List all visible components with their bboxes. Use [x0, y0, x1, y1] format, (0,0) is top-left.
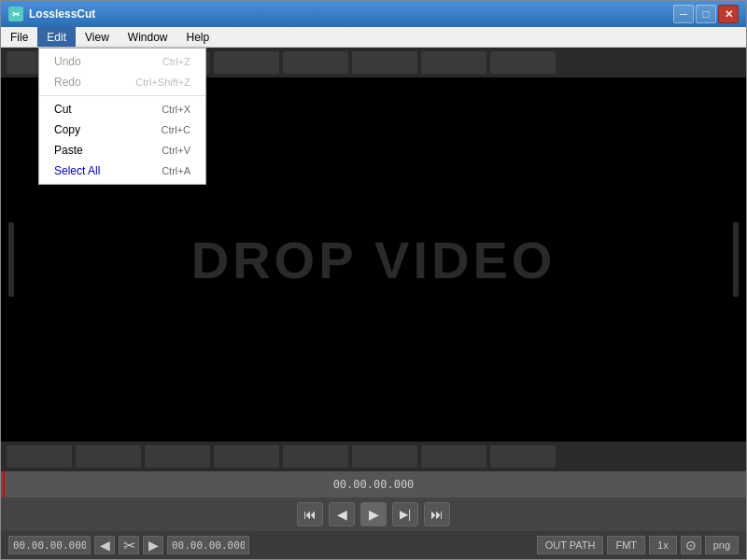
menu-window[interactable]: Window — [119, 27, 177, 47]
skip-to-start-button[interactable]: ⏮ — [297, 502, 323, 526]
bottom-toolbar: ◀ ✂ ▶ OUT PATH FMT 1x ⊙ png — [1, 531, 746, 559]
filmstrip-bottom — [1, 441, 746, 471]
film-thumb-b3 — [145, 445, 210, 468]
minimize-button[interactable]: ─ — [673, 5, 694, 23]
timeline[interactable]: 00.00.00.000 — [1, 471, 746, 497]
menu-file[interactable]: File — [1, 27, 37, 47]
scissors-icon[interactable]: ✂ — [119, 536, 139, 554]
film-thumb-b7 — [421, 445, 486, 468]
film-thumb-4 — [214, 51, 279, 74]
film-thumb-b5 — [283, 445, 348, 468]
time-in-input[interactable] — [8, 536, 91, 554]
current-time: 00.00.00.000 — [333, 478, 415, 491]
out-path-button[interactable]: OUT PATH — [537, 536, 604, 554]
camera-button[interactable]: ⊙ — [681, 536, 701, 554]
menu-separator-1 — [39, 95, 205, 96]
drop-video-label: DROP VIDEO — [191, 230, 557, 290]
film-thumb-b4 — [214, 445, 279, 468]
controls-bar: ⏮ ◀ ▶ ▶| ⏭ — [1, 497, 746, 531]
prev-cut-icon[interactable]: ◀ — [94, 536, 115, 554]
menu-undo[interactable]: Undo Ctrl+Z — [39, 51, 205, 72]
img-format-button[interactable]: png — [705, 536, 739, 554]
menu-select-all[interactable]: Select All Ctrl+A — [39, 161, 205, 181]
time-out-input[interactable] — [167, 536, 249, 554]
side-indicator-left — [8, 222, 14, 297]
app-icon: ✂ — [8, 7, 23, 21]
menu-bar: File Edit View Window Help Undo Ctrl+Z R… — [1, 27, 746, 48]
film-thumb-7 — [421, 51, 486, 74]
title-bar: ✂ LosslessCut ─ □ ✕ — [1, 1, 746, 27]
menu-redo[interactable]: Redo Ctrl+Shift+Z — [39, 72, 205, 92]
fmt-button[interactable]: FMT — [607, 536, 645, 554]
menu-view[interactable]: View — [76, 27, 119, 47]
next-cut-icon[interactable]: ▶ — [143, 536, 163, 554]
film-thumb-b6 — [352, 445, 417, 468]
edit-dropdown: Undo Ctrl+Z Redo Ctrl+Shift+Z Cut Ctrl+X… — [38, 48, 206, 185]
menu-cut[interactable]: Cut Ctrl+X — [39, 99, 205, 119]
film-thumb-b2 — [76, 445, 141, 468]
film-thumb-8 — [490, 51, 556, 74]
window-title: LosslessCut — [29, 7, 673, 21]
menu-copy[interactable]: Copy Ctrl+C — [39, 119, 205, 140]
maximize-button[interactable]: □ — [696, 5, 716, 23]
film-thumb-b8 — [490, 445, 556, 468]
app-window: ✂ LosslessCut ─ □ ✕ File Edit View Windo… — [0, 0, 747, 560]
skip-to-end-button[interactable]: ⏭ — [424, 502, 450, 526]
film-thumb-5 — [283, 51, 348, 74]
menu-paste[interactable]: Paste Ctrl+V — [39, 140, 205, 161]
next-frame-button[interactable]: ▶| — [392, 502, 418, 526]
playhead — [3, 471, 5, 497]
film-thumb-b1 — [7, 445, 72, 468]
speed-button[interactable]: 1x — [649, 536, 677, 554]
play-button[interactable]: ▶ — [360, 502, 387, 526]
window-controls: ─ □ ✕ — [673, 5, 739, 23]
menu-help[interactable]: Help — [177, 27, 219, 47]
film-thumb-6 — [352, 51, 417, 74]
menu-edit[interactable]: Edit — [37, 27, 76, 47]
close-button[interactable]: ✕ — [718, 5, 739, 23]
prev-frame-button[interactable]: ◀ — [329, 502, 355, 526]
side-indicator-right — [733, 222, 739, 297]
